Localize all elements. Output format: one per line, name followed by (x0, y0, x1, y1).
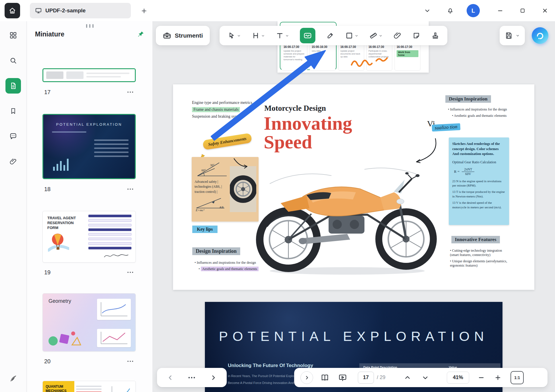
thumb-quantum-title: QUANTUM MECHANICS (46, 385, 71, 392)
tools-menu-button[interactable]: Strumenti (163, 31, 203, 40)
zoom-in-button[interactable] (494, 374, 501, 381)
formula-label: E=mc² (196, 208, 204, 212)
previous-page-button[interactable] (167, 374, 174, 381)
zoom-level[interactable]: 41% (447, 372, 469, 384)
ai-assistant-button[interactable] (532, 27, 548, 44)
grid-icon (9, 31, 17, 39)
left-icon-rail (0, 21, 27, 392)
new-tab-button[interactable] (138, 5, 150, 17)
chevron-down-icon[interactable] (516, 34, 520, 38)
plus-icon (494, 374, 501, 381)
document-canvas[interactable]: 16:00-17:30 Update the project schedule … (152, 21, 555, 392)
page-menu-button[interactable] (125, 269, 136, 276)
bookmarks-button[interactable] (5, 103, 21, 119)
annotation-toolbar (220, 26, 447, 45)
tools-label: Strumenti (175, 32, 203, 39)
close-button[interactable] (538, 4, 552, 17)
doc-left-list: Engine type and performance metrics Fram… (192, 100, 252, 121)
page-thumbnail-21[interactable]: QUANTUM MECHANICS (42, 381, 136, 392)
maximize-button[interactable] (516, 4, 529, 17)
attachments-button[interactable] (5, 154, 21, 169)
chevron-down-icon[interactable] (355, 34, 358, 38)
page-thumbnail-20[interactable]: Geometry (42, 293, 136, 352)
balloon-graphic (48, 232, 69, 256)
page-menu-button[interactable] (125, 358, 136, 365)
expand-bar-button[interactable] (300, 371, 313, 384)
thumb-text-lines (76, 384, 104, 392)
page-menu-button[interactable] (125, 88, 136, 96)
pin-panel-button[interactable] (137, 31, 144, 38)
chevron-down-icon[interactable] (379, 34, 383, 38)
slide-title: POTENTIAL EXPLORATION (205, 328, 502, 344)
safety-banner-annotation[interactable]: Safety Enhancements (202, 133, 252, 150)
more-pages-button[interactable] (188, 377, 195, 379)
thumb-mini-chart (109, 383, 133, 392)
chevron-down-icon[interactable] (261, 34, 265, 38)
pen-icon (326, 32, 334, 40)
chevron-left-icon (167, 374, 174, 381)
next-page-button[interactable] (209, 374, 217, 381)
page-down-button[interactable] (422, 374, 429, 381)
reader-mode-button[interactable] (321, 373, 329, 382)
page-17[interactable]: Engine type and performance metrics Fram… (173, 84, 534, 290)
search-button[interactable] (5, 53, 21, 68)
stamp-tool[interactable] (431, 32, 439, 40)
select-tool[interactable] (228, 32, 241, 40)
slide-body-line: in Recent Years, The Pursuit Of Potentia… (228, 374, 298, 378)
schedule-time: 16:00-17:30 (284, 45, 305, 48)
panel-drag-handle[interactable] (86, 24, 94, 28)
ruler-icon (369, 32, 377, 40)
actual-size-button[interactable]: 1:1 (511, 371, 524, 384)
page-thumbnail-18[interactable]: POTENTIAL EXPLORATION (42, 114, 136, 179)
avatar[interactable]: L (467, 4, 480, 17)
bell-icon (447, 7, 454, 14)
thumb-table (94, 139, 129, 160)
page-thumbnail-17[interactable] (42, 68, 136, 82)
paperclip-icon (9, 158, 17, 165)
chevron-down-icon[interactable] (285, 34, 289, 38)
chevron-right-icon (209, 374, 217, 381)
notifications-button[interactable] (444, 4, 457, 17)
blue-notes-card: Sketches And renderings of the concept d… (449, 137, 509, 225)
schedule-time: 16:00-17:30 (397, 45, 418, 48)
orange-scribble-annotation[interactable] (350, 55, 390, 69)
innovative-features-badge: Innovative Features (451, 236, 500, 243)
typewriter-comment-tool[interactable] (300, 28, 315, 43)
design-inspiration-bullets: Influences and inspirations for the desi… (448, 107, 507, 120)
minimize-button[interactable] (494, 4, 507, 17)
shape-tool[interactable] (345, 32, 358, 40)
document-tab[interactable]: UPDF-2-sample (30, 3, 131, 18)
chevron-up-icon (404, 374, 411, 381)
design-inspiration-badge: Design Inspiration (445, 95, 491, 103)
page-thumbnail-19[interactable]: TRAVEL AGENT RESERVATION FORM (42, 211, 136, 263)
page-up-button[interactable] (404, 374, 411, 381)
monitor-icon (35, 7, 42, 14)
slide-subtitle: Unlocking The Future Of Technology (228, 363, 313, 368)
page-number-input[interactable]: 17 (358, 372, 374, 384)
presentation-mode-button[interactable] (338, 373, 347, 382)
thumb-geometry-title: Geometry (48, 298, 71, 304)
visualization-scribble-annotation[interactable]: sualizo tion (432, 123, 460, 131)
pen-logo-button[interactable] (5, 371, 21, 386)
markup-tool[interactable] (252, 32, 265, 40)
attach-tool[interactable] (393, 32, 401, 40)
measure-tool[interactable] (369, 32, 383, 40)
home-button[interactable] (5, 3, 20, 18)
thumb-slide-title: POTENTIAL EXPLORATION (43, 122, 135, 127)
thumb-form-title: TRAVEL AGENT RESERVATION FORM (47, 216, 82, 230)
innovative-features-bullets: Cutting-edge technology integration (sma… (450, 249, 509, 270)
comments-button[interactable] (5, 129, 21, 144)
panel-title: Miniature (35, 30, 64, 38)
text-tool[interactable] (276, 32, 289, 40)
zoom-out-button[interactable] (478, 374, 485, 381)
ai-swirl-icon (535, 31, 545, 40)
save-button[interactable] (505, 32, 513, 40)
chevron-down-icon[interactable] (237, 34, 241, 38)
sticker-tool[interactable] (412, 32, 420, 40)
presentation-icon (338, 373, 347, 382)
highlighter-pen-tool[interactable] (326, 32, 334, 40)
page-menu-button[interactable] (125, 185, 136, 193)
tabs-overflow-button[interactable] (421, 4, 434, 17)
thumbnails-panel-button[interactable] (5, 78, 21, 94)
menu-grid-button[interactable] (5, 28, 21, 43)
